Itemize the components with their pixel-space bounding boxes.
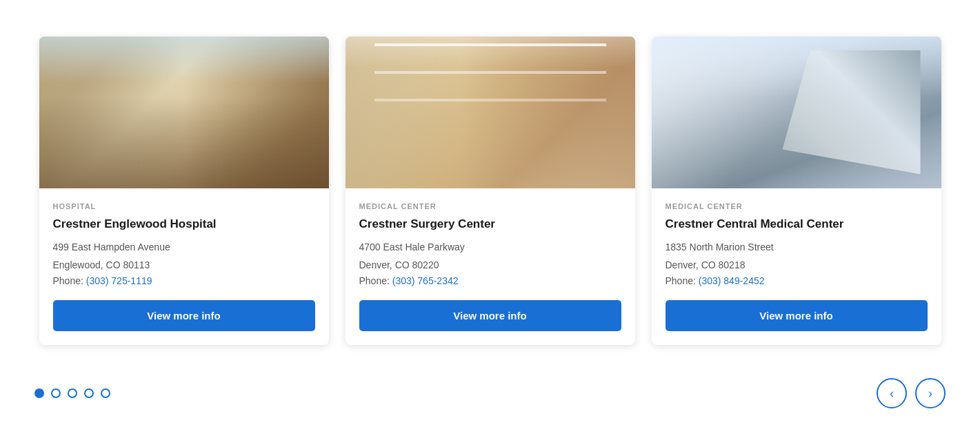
phone-label-medical: Phone: xyxy=(666,275,696,286)
card-name-medical: Crestner Central Medical Center xyxy=(666,217,928,231)
card-central-medical: MEDICAL CENTER Crestner Central Medical … xyxy=(652,37,941,346)
card-surgery: MEDICAL CENTER Crestner Surgery Center 4… xyxy=(346,37,635,346)
card-hospital: HOSPITAL Crestner Englewood Hospital 499… xyxy=(39,37,329,346)
pagination-dots xyxy=(34,388,110,398)
pagination-dot-4[interactable] xyxy=(84,388,94,398)
phone-number-hospital[interactable]: (303) 725-1119 xyxy=(86,275,152,286)
card-image-surgery xyxy=(346,37,635,188)
card-category-surgery: MEDICAL CENTER xyxy=(359,202,621,210)
view-more-button-surgery[interactable]: View more info xyxy=(359,300,621,331)
prev-arrow-button[interactable]: ‹ xyxy=(877,378,907,408)
phone-number-surgery[interactable]: (303) 765-2342 xyxy=(392,275,459,286)
cards-container: HOSPITAL Crestner Englewood Hospital 499… xyxy=(28,37,952,346)
card-image-medical xyxy=(652,37,941,188)
prev-arrow-icon: ‹ xyxy=(890,386,894,401)
card-body-surgery: MEDICAL CENTER Crestner Surgery Center 4… xyxy=(346,188,635,346)
next-arrow-button[interactable]: › xyxy=(915,378,946,408)
card-name-surgery: Crestner Surgery Center xyxy=(359,217,621,231)
view-more-button-hospital[interactable]: View more info xyxy=(53,300,315,331)
card-body-medical: MEDICAL CENTER Crestner Central Medical … xyxy=(652,188,941,346)
nav-arrows: ‹ › xyxy=(877,378,946,408)
phone-label-hospital: Phone: xyxy=(53,275,83,286)
card-address-line1-hospital: 499 East Hampden Avenue xyxy=(53,239,315,255)
pagination-dot-2[interactable] xyxy=(51,388,61,398)
phone-label-surgery: Phone: xyxy=(359,275,390,286)
card-name-hospital: Crestner Englewood Hospital xyxy=(53,217,315,231)
card-address-line1-medical: 1835 North Marion Street xyxy=(666,239,928,255)
card-image-hospital xyxy=(39,37,329,188)
card-address-line2-medical: Denver, CO 80218 xyxy=(666,257,928,273)
phone-number-medical[interactable]: (303) 849-2452 xyxy=(699,275,765,286)
card-category-medical: MEDICAL CENTER xyxy=(666,202,928,210)
pagination-dot-3[interactable] xyxy=(68,388,77,398)
card-address-line2-surgery: Denver, CO 80220 xyxy=(359,257,621,273)
card-phone-hospital: Phone: (303) 725-1119 xyxy=(53,275,315,286)
card-body-hospital: HOSPITAL Crestner Englewood Hospital 499… xyxy=(39,188,329,346)
pagination-dot-5[interactable] xyxy=(101,388,110,398)
view-more-button-medical[interactable]: View more info xyxy=(666,300,928,331)
card-address-line2-hospital: Englewood, CO 80113 xyxy=(53,257,315,273)
next-arrow-icon: › xyxy=(928,386,932,401)
pagination-dot-1[interactable] xyxy=(34,388,44,398)
card-phone-medical: Phone: (303) 849-2452 xyxy=(666,275,928,286)
card-phone-surgery: Phone: (303) 765-2342 xyxy=(359,275,621,286)
card-category-hospital: HOSPITAL xyxy=(53,202,315,210)
bottom-nav: ‹ › xyxy=(28,378,952,408)
card-address-line1-surgery: 4700 East Hale Parkway xyxy=(359,239,621,255)
